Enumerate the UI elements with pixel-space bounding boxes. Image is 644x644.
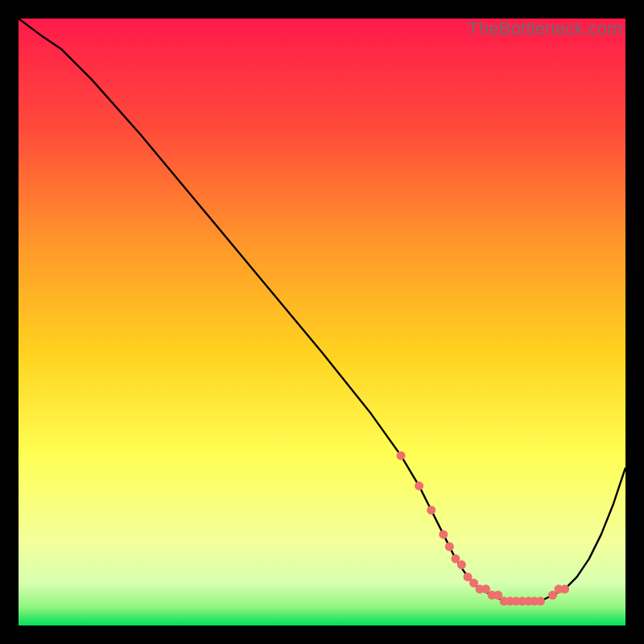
marker-dot — [536, 597, 545, 605]
marker-dot — [445, 543, 454, 551]
bottleneck-chart — [19, 19, 625, 625]
chart-frame: TheBottleneck.com — [19, 19, 625, 625]
marker-dot — [415, 481, 423, 490]
marker-dot — [439, 530, 448, 539]
marker-dot — [397, 451, 406, 460]
marker-dot — [427, 506, 436, 514]
marker-dot — [560, 584, 569, 593]
gradient-background — [19, 19, 625, 625]
marker-dot — [457, 560, 466, 569]
watermark-text: TheBottleneck.com — [468, 19, 622, 39]
